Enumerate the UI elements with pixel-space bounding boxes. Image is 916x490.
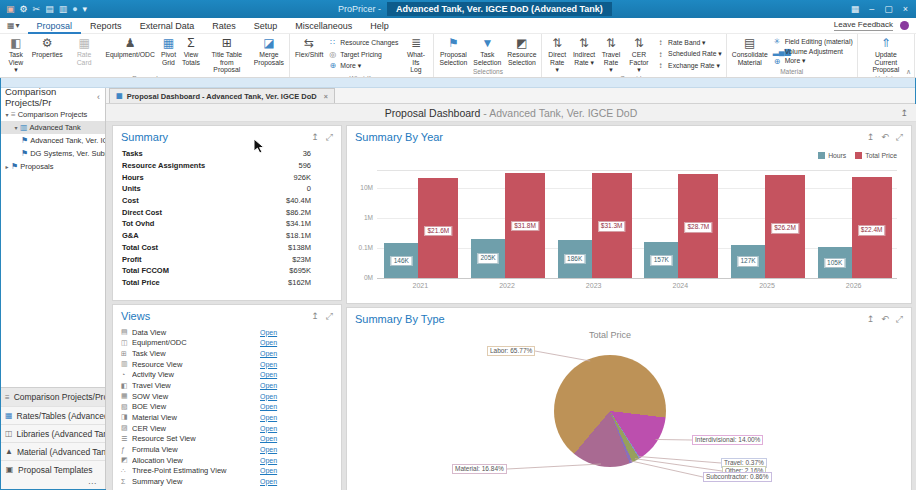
open-link-cer-view[interactable]: Open (260, 425, 277, 432)
menu-proposal[interactable]: Proposal (28, 18, 82, 34)
dock-item-material-advanced-tank[interactable]: ▲Material (Advanced Tank (0, 442, 105, 460)
share-icon[interactable]: ↥ (311, 311, 319, 322)
minimize-icon[interactable]: – (869, 4, 874, 14)
close-icon[interactable]: × (903, 4, 908, 14)
propricer-window: ▣⚙✂▤▥●▾ ProPricer - Advanced Tank, Ver. … (0, 0, 916, 490)
field-editing-material-button[interactable]: ✳Field Editing (material) (773, 36, 853, 46)
tree-item-dg-systems-ver-submitte[interactable]: ⚑DG Systems, Ver. Submitte (0, 147, 105, 160)
tab-proposal-dashboard[interactable]: ▦ Proposal Dashboard - Advanced Tank, Ve… (109, 88, 335, 103)
layout-icon[interactable]: ▦ (851, 4, 860, 14)
pivot-grid-button[interactable]: ▦Pivot Grid (158, 35, 179, 74)
view-totals-button[interactable]: ΣView Totals (179, 35, 203, 74)
cut-icon[interactable]: ✂ (33, 0, 41, 18)
open-link-resource-view[interactable]: Open (260, 361, 277, 368)
open-link-travel-view[interactable]: Open (260, 382, 277, 389)
menu-external-data[interactable]: External Data (131, 18, 204, 34)
cer-factor-button[interactable]: ⇅CER Factor ▾ (624, 35, 654, 74)
dashboard-panels: Summary ↥ ⤢ Tasks36Resource Assignments5… (106, 122, 916, 490)
share-icon[interactable]: ↥ (867, 314, 875, 325)
maximize-icon[interactable]: ▢ (884, 4, 893, 14)
open-link-task-view[interactable]: Open (260, 350, 277, 357)
sync-icon[interactable]: ● (72, 0, 77, 18)
pie-label-material: Material: 16.84% (452, 464, 507, 474)
copy-icon[interactable]: ▥ (59, 0, 68, 18)
feedback-chat-icon[interactable] (900, 21, 909, 30)
leave-feedback-link[interactable]: Leave Feedback (834, 20, 893, 31)
what-ifs-more-button[interactable]: ⊕More ▾ (328, 61, 398, 71)
ribbon-collapse-icon[interactable]: ∧ (906, 68, 911, 76)
task-view-button[interactable]: ◧Task View ▾ (3, 35, 29, 74)
expand-icon[interactable]: ⤢ (326, 311, 333, 322)
scheduled-rate-button[interactable]: ↕Scheduled Rate ▾ (656, 49, 722, 59)
undo-icon[interactable]: ↶ (881, 132, 889, 143)
volume-adjustment-button[interactable]: ▂▄▆Volume Adjustment (773, 46, 853, 56)
task-selection-button[interactable]: ▼Task Selection (470, 35, 504, 67)
expand-icon[interactable]: ⤢ (896, 314, 903, 325)
merge-proposals-button[interactable]: ◪Merge Proposals (251, 35, 287, 74)
sidebar-collapse-icon[interactable]: ‹ (97, 92, 100, 102)
dock-item-proposal-templates[interactable]: ▣Proposal Templates (0, 460, 105, 478)
dock-item-libraries-advanced-tank[interactable]: ◫Libraries (Advanced Tank (0, 424, 105, 442)
consolidate-material-button[interactable]: ▤Consolidate Material (729, 35, 771, 67)
title-table-from-proposal-button[interactable]: ⊞Title Table from Proposal (203, 35, 251, 74)
menu-reports[interactable]: Reports (81, 18, 131, 34)
open-link-material-view[interactable]: Open (260, 414, 277, 421)
open-link-formula-view[interactable]: Open (260, 446, 277, 453)
active-document-chip[interactable]: Advanced Tank, Ver. IGCE DoD (Advanced T… (387, 2, 612, 16)
open-link-boe-view[interactable]: Open (260, 403, 277, 410)
dock-icon-libraries-advanced-tank: ◫ (5, 429, 13, 438)
views-panel: Views ↥ ⤢ ▤Data ViewOpen◫Equipment/ODCOp… (112, 304, 342, 490)
dock-item-comparison-projects-pro[interactable]: ≡Comparison Projects/Pro (0, 388, 105, 406)
exchange-rate-button[interactable]: ↕Exchange Rate ▾ (656, 61, 722, 71)
app-menu-icon[interactable]: ▦▾ (0, 21, 28, 30)
dock-item-rates-tables-advanced[interactable]: ▦Rates/Tables (Advanced (0, 406, 105, 424)
tree-item-advanced-tank[interactable]: ▾▥Advanced Tank (0, 121, 105, 134)
app-logo-icon[interactable]: ▣ (6, 0, 15, 18)
material-more-button[interactable]: ⊕More ▾ (773, 56, 853, 66)
share-icon[interactable]: ↥ (900, 108, 908, 118)
open-link-data-view[interactable]: Open (260, 329, 277, 336)
undo-icon[interactable]: ↶ (881, 314, 889, 325)
menu-rates[interactable]: Rates (203, 18, 245, 34)
resource-changes-button[interactable]: ∷Resource Changes (328, 38, 398, 48)
paste-icon[interactable]: ▤ (45, 0, 54, 18)
bar-label-hours-2025: 127K (737, 256, 758, 267)
open-link-activity-view[interactable]: Open (260, 371, 277, 378)
menu-setup[interactable]: Setup (245, 18, 287, 34)
equipment-odc-button[interactable]: ♟Equipment/ODC (102, 35, 158, 74)
share-icon[interactable]: ↥ (867, 132, 875, 143)
tree-item-proposals[interactable]: ▸⚑Proposals (0, 160, 105, 173)
dashboard-tab-icon: ▦ (116, 92, 123, 100)
target-pricing-button[interactable]: ◎Target Pricing (328, 49, 398, 59)
update-current-proposal-button[interactable]: ⇑Update Current Proposal (860, 35, 912, 74)
qat-more-icon[interactable]: ▾ (83, 0, 88, 18)
properties-button[interactable]: ⚙Properties (29, 35, 66, 74)
tree-item-comparison-projects[interactable]: ▾≡Comparison Projects (0, 108, 105, 121)
rate-band-button[interactable]: ↕Rate Band ▾ (656, 38, 722, 48)
document-tab-bar: ▦ Proposal Dashboard - Advanced Tank, Ve… (106, 88, 916, 104)
dock-more-icon[interactable]: ⋯ (0, 478, 105, 490)
tree-item-advanced-tank-ver-igce[interactable]: ⚑Advanced Tank, Ver. IGCE (0, 134, 105, 147)
flex-shift-button[interactable]: ⇆Flex/Shift (292, 35, 326, 74)
open-link-three-point-estimating-view[interactable]: Open (260, 467, 277, 474)
tab-close-icon[interactable]: × (324, 93, 328, 100)
open-link-allocation-view[interactable]: Open (260, 457, 277, 464)
settings-gear-icon[interactable]: ⚙ (20, 0, 28, 18)
menu-miscellaneous[interactable]: Miscellaneous (286, 18, 361, 34)
what-ifs-log-button[interactable]: ≣What-Ifs Log (401, 35, 432, 74)
travel-rate-button[interactable]: ⇅Travel Rate ▾ (598, 35, 624, 74)
open-link-equipment-odc[interactable]: Open (260, 339, 277, 346)
tree-node-icon: ⚑ (21, 149, 28, 158)
open-link-sow-view[interactable]: Open (260, 393, 277, 400)
indirect-rate-button[interactable]: ⇅Indirect Rate ▾ (570, 35, 598, 74)
menu-help[interactable]: Help (361, 18, 398, 34)
open-link-summary-view[interactable]: Open (260, 478, 277, 485)
expand-icon[interactable]: ⤢ (896, 132, 903, 143)
direct-rate-button[interactable]: ⇅Direct Rate ▾ (544, 35, 570, 74)
resource-selection-button[interactable]: ◩Resource Selection (504, 35, 539, 67)
open-link-resource-set-view[interactable]: Open (260, 435, 277, 442)
share-icon[interactable]: ↥ (311, 132, 319, 143)
expand-icon[interactable]: ⤢ (326, 132, 333, 143)
rate-card-button[interactable]: ▦Rate Card (66, 35, 103, 74)
proposal-selection-button[interactable]: ⚑Proposal Selection (436, 35, 470, 67)
